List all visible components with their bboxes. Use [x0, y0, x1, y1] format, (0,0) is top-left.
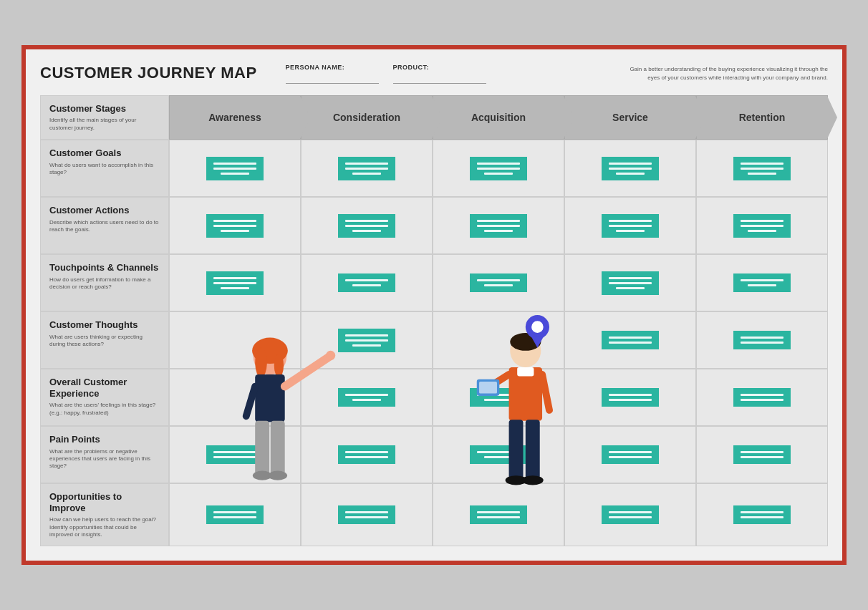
teal-line: [213, 511, 256, 513]
actions-awareness-cell[interactable]: [169, 197, 301, 254]
teal-line: [609, 399, 652, 401]
teal-line: [345, 334, 388, 337]
opportunities-label-cell: Opportunities to Improve How can we help…: [40, 483, 169, 546]
teal-line: [213, 282, 256, 284]
thoughts-service-cell[interactable]: [564, 311, 696, 369]
goals-consideration-cell[interactable]: [301, 140, 433, 197]
teal-line: [345, 516, 388, 518]
actions-service-cell[interactable]: [564, 197, 696, 254]
teal-line: [352, 284, 381, 286]
pain-retention-cell[interactable]: [696, 426, 828, 483]
teal-line: [741, 337, 783, 339]
pain-acquisition-cell[interactable]: [433, 426, 564, 483]
teal-line: [748, 284, 776, 286]
actions-consideration-box: [338, 214, 395, 238]
experience-service-cell[interactable]: [564, 369, 696, 426]
persona-field-group: PERSONA NAME:: [286, 64, 379, 84]
teal-line: [352, 344, 381, 347]
opportunities-consideration-cell[interactable]: [301, 483, 433, 546]
touchpoints-retention-box: [733, 273, 791, 292]
teal-line: [345, 394, 388, 396]
opportunities-acquisition-cell[interactable]: [433, 483, 564, 546]
product-input[interactable]: [393, 72, 486, 84]
goals-service-box: [602, 157, 659, 180]
thoughts-consideration-box: [338, 329, 395, 352]
pain-desc: What are the problems or negative experi…: [49, 448, 160, 470]
opportunities-retention-box: [733, 505, 791, 524]
teal-line: [213, 451, 256, 453]
persona-input[interactable]: [286, 72, 379, 84]
goals-retention-cell[interactable]: [696, 140, 828, 197]
pain-awareness-cell[interactable]: [169, 426, 301, 483]
stages-title: Customer Stages: [49, 103, 160, 115]
teal-line: [477, 394, 520, 396]
pain-service-box: [602, 445, 659, 464]
teal-line: [345, 163, 388, 165]
opportunities-retention-cell[interactable]: [696, 483, 828, 546]
teal-line: [748, 230, 776, 232]
experience-awareness-cell[interactable]: [169, 369, 301, 426]
experience-title: Overall Customer Experience: [49, 377, 160, 399]
teal-line: [609, 163, 652, 165]
pain-consideration-cell[interactable]: [301, 426, 433, 483]
page-title: CUSTOMER JOURNEY MAP: [40, 64, 257, 82]
product-label: PRODUCT:: [393, 64, 486, 71]
thoughts-retention-cell[interactable]: [696, 311, 828, 369]
teal-line: [609, 394, 652, 396]
touchpoints-acquisition-cell[interactable]: [433, 254, 564, 311]
goals-awareness-cell[interactable]: [169, 140, 301, 197]
thoughts-acquisition-cell[interactable]: [433, 311, 564, 369]
touchpoints-label-cell: Touchpoints & Channels How do users get …: [40, 254, 169, 311]
pain-label-cell: Pain Points What are the problems or neg…: [40, 426, 169, 483]
opportunities-service-cell[interactable]: [564, 483, 696, 546]
actions-acquisition-box: [470, 214, 527, 238]
actions-retention-cell[interactable]: [696, 197, 828, 254]
goals-service-cell[interactable]: [564, 140, 696, 197]
opportunities-desc: How can we help users to reach the goal?…: [49, 516, 160, 538]
touchpoints-awareness-cell[interactable]: [169, 254, 301, 311]
goals-acquisition-cell[interactable]: [433, 140, 564, 197]
teal-line: [221, 230, 249, 232]
actions-consideration-cell[interactable]: [301, 197, 433, 254]
touchpoints-service-cell[interactable]: [564, 254, 696, 311]
goals-consideration-box: [338, 157, 395, 180]
stages-desc: Identify all the main stages of your cus…: [49, 117, 160, 132]
experience-consideration-cell[interactable]: [301, 369, 433, 426]
teal-line: [345, 451, 388, 453]
thoughts-awareness-cell[interactable]: [169, 311, 301, 369]
teal-line: [345, 339, 388, 342]
actions-acquisition-cell[interactable]: [433, 197, 564, 254]
goals-label-cell: Customer Goals What do users want to acc…: [40, 140, 169, 197]
grid-wrapper: Customer Stages Identify all the main st…: [40, 95, 828, 547]
pain-title: Pain Points: [49, 434, 160, 445]
stages-label-cell: Customer Stages Identify all the main st…: [40, 95, 169, 140]
teal-line: [609, 451, 652, 453]
experience-acquisition-box: [470, 388, 527, 407]
teal-line: [741, 394, 783, 396]
experience-service-box: [602, 388, 659, 407]
pain-service-cell[interactable]: [564, 426, 696, 483]
touchpoints-consideration-cell[interactable]: [301, 254, 433, 311]
stage-consideration-label: Consideration: [333, 112, 400, 123]
opportunities-awareness-box: [206, 505, 264, 524]
experience-retention-cell[interactable]: [696, 369, 828, 426]
teal-line: [221, 287, 249, 289]
stage-retention-label: Retention: [739, 112, 786, 123]
touchpoints-title: Touchpoints & Channels: [49, 262, 160, 273]
pain-retention-box: [733, 445, 791, 464]
actions-retention-box: [733, 214, 791, 238]
teal-line: [609, 282, 652, 284]
actions-awareness-box: [206, 214, 264, 238]
thoughts-consideration-cell[interactable]: [301, 311, 433, 369]
teal-line: [213, 168, 256, 170]
teal-line: [484, 284, 513, 286]
goals-title: Customer Goals: [49, 147, 160, 159]
opportunities-awareness-cell[interactable]: [169, 483, 301, 546]
teal-line: [609, 220, 652, 222]
actions-service-box: [602, 214, 659, 238]
touchpoints-desc: How do users get information to make a d…: [49, 276, 160, 291]
touchpoints-retention-cell[interactable]: [696, 254, 828, 311]
journey-grid: Customer Stages Identify all the main st…: [40, 95, 828, 547]
pain-acquisition-box: [470, 445, 527, 464]
experience-acquisition-cell[interactable]: [433, 369, 564, 426]
